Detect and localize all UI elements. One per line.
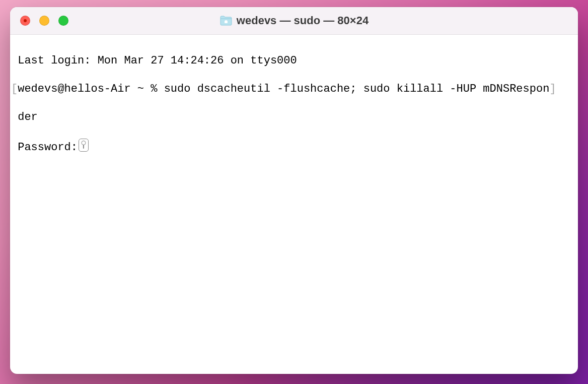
key-icon xyxy=(79,139,89,152)
svg-point-0 xyxy=(225,20,228,23)
password-label: Password: xyxy=(18,141,78,154)
traffic-lights xyxy=(20,16,68,26)
window-title: wedevs — sudo — 80×24 xyxy=(237,14,369,27)
terminal-window[interactable]: wedevs — sudo — 80×24 Last login: Mon Ma… xyxy=(10,7,578,374)
terminal-text: Last login: Mon Mar 27 14:24:26 on ttys0… xyxy=(18,54,297,67)
terminal-body[interactable]: Last login: Mon Mar 27 14:24:26 on ttys0… xyxy=(10,35,578,374)
terminal-command-wrap-line: der xyxy=(11,110,577,124)
minimize-button[interactable] xyxy=(39,16,49,26)
title-center: wedevs — sudo — 80×24 xyxy=(10,14,578,27)
bracket-close-icon: ] xyxy=(549,83,556,95)
terminal-last-login-line: Last login: Mon Mar 27 14:24:26 on ttys0… xyxy=(11,54,577,68)
svg-rect-1 xyxy=(225,21,228,23)
zoom-button[interactable] xyxy=(58,16,68,26)
terminal-password-line: Password: xyxy=(11,139,577,155)
bracket-open-icon: [ xyxy=(11,83,18,95)
terminal-text: wedevs@hellos-Air ~ % sudo dscacheutil -… xyxy=(18,83,549,95)
terminal-command-line: [wedevs@hellos-Air ~ % sudo dscacheutil … xyxy=(11,82,577,96)
terminal-text: der xyxy=(18,111,38,123)
window-titlebar[interactable]: wedevs — sudo — 80×24 xyxy=(10,7,578,35)
folder-icon xyxy=(219,15,233,26)
close-button[interactable] xyxy=(20,16,30,26)
desktop-background: wedevs — sudo — 80×24 Last login: Mon Ma… xyxy=(0,0,588,384)
